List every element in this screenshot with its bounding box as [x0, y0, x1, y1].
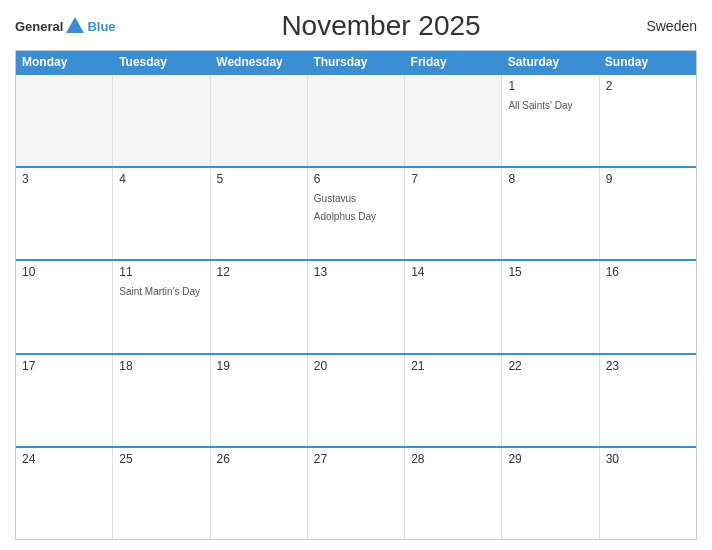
- col-header-wednesday: Wednesday: [210, 51, 307, 73]
- day-cell: 6Gustavus Adolphus Day: [308, 168, 405, 259]
- day-number: 24: [22, 452, 106, 466]
- page-header: General Blue November 2025 Sweden: [15, 10, 697, 42]
- col-header-sunday: Sunday: [599, 51, 696, 73]
- day-number: 14: [411, 265, 495, 279]
- logo-blue-text: Blue: [87, 19, 115, 34]
- col-header-friday: Friday: [405, 51, 502, 73]
- logo: General Blue: [15, 15, 116, 37]
- day-number: 30: [606, 452, 690, 466]
- day-cell: 29: [502, 448, 599, 539]
- day-number: 5: [217, 172, 301, 186]
- col-header-tuesday: Tuesday: [113, 51, 210, 73]
- day-number: 11: [119, 265, 203, 279]
- day-number: 8: [508, 172, 592, 186]
- day-cell: 28: [405, 448, 502, 539]
- column-headers: MondayTuesdayWednesdayThursdayFridaySatu…: [16, 51, 696, 73]
- week-row-3: 1011Saint Martin's Day1213141516: [16, 259, 696, 352]
- calendar-page: General Blue November 2025 Sweden Monday…: [0, 0, 712, 550]
- day-cell: 27: [308, 448, 405, 539]
- day-number: 21: [411, 359, 495, 373]
- day-cell: 5: [211, 168, 308, 259]
- week-rows: 1All Saints' Day23456Gustavus Adolphus D…: [16, 73, 696, 539]
- day-cell: 3: [16, 168, 113, 259]
- event-label: Saint Martin's Day: [119, 286, 200, 297]
- day-number: 28: [411, 452, 495, 466]
- week-row-5: 24252627282930: [16, 446, 696, 539]
- day-number: 12: [217, 265, 301, 279]
- logo-general-text: General: [15, 19, 63, 34]
- col-header-thursday: Thursday: [307, 51, 404, 73]
- day-cell: 20: [308, 355, 405, 446]
- day-cell: 13: [308, 261, 405, 352]
- week-row-1: 1All Saints' Day2: [16, 73, 696, 166]
- day-number: 15: [508, 265, 592, 279]
- day-cell: 21: [405, 355, 502, 446]
- day-number: 10: [22, 265, 106, 279]
- day-number: 9: [606, 172, 690, 186]
- svg-marker-0: [66, 17, 84, 33]
- day-cell: 30: [600, 448, 696, 539]
- day-number: 7: [411, 172, 495, 186]
- day-number: 16: [606, 265, 690, 279]
- day-number: 23: [606, 359, 690, 373]
- day-number: 26: [217, 452, 301, 466]
- calendar-grid: MondayTuesdayWednesdayThursdayFridaySatu…: [15, 50, 697, 540]
- day-cell: 7: [405, 168, 502, 259]
- day-cell: [16, 75, 113, 166]
- day-cell: 18: [113, 355, 210, 446]
- day-cell: 24: [16, 448, 113, 539]
- day-cell: 23: [600, 355, 696, 446]
- day-cell: 22: [502, 355, 599, 446]
- day-number: 20: [314, 359, 398, 373]
- day-number: 4: [119, 172, 203, 186]
- day-number: 25: [119, 452, 203, 466]
- day-cell: 16: [600, 261, 696, 352]
- day-number: 1: [508, 79, 592, 93]
- logo-icon: [64, 15, 86, 37]
- day-cell: 15: [502, 261, 599, 352]
- week-row-2: 3456Gustavus Adolphus Day789: [16, 166, 696, 259]
- day-number: 2: [606, 79, 690, 93]
- day-cell: 9: [600, 168, 696, 259]
- day-number: 19: [217, 359, 301, 373]
- day-cell: 17: [16, 355, 113, 446]
- day-cell: 19: [211, 355, 308, 446]
- country-label: Sweden: [646, 18, 697, 34]
- col-header-saturday: Saturday: [502, 51, 599, 73]
- day-cell: [405, 75, 502, 166]
- day-cell: 25: [113, 448, 210, 539]
- day-cell: [113, 75, 210, 166]
- day-cell: 8: [502, 168, 599, 259]
- day-cell: 26: [211, 448, 308, 539]
- event-label: Gustavus Adolphus Day: [314, 193, 376, 222]
- day-cell: 11Saint Martin's Day: [113, 261, 210, 352]
- col-header-monday: Monday: [16, 51, 113, 73]
- day-number: 3: [22, 172, 106, 186]
- day-cell: 14: [405, 261, 502, 352]
- day-number: 18: [119, 359, 203, 373]
- day-number: 29: [508, 452, 592, 466]
- day-cell: 2: [600, 75, 696, 166]
- event-label: All Saints' Day: [508, 100, 572, 111]
- day-number: 27: [314, 452, 398, 466]
- day-cell: 12: [211, 261, 308, 352]
- page-title: November 2025: [116, 10, 647, 42]
- day-cell: [211, 75, 308, 166]
- week-row-4: 17181920212223: [16, 353, 696, 446]
- day-cell: 1All Saints' Day: [502, 75, 599, 166]
- day-number: 6: [314, 172, 398, 186]
- day-cell: [308, 75, 405, 166]
- day-number: 13: [314, 265, 398, 279]
- day-cell: 10: [16, 261, 113, 352]
- day-cell: 4: [113, 168, 210, 259]
- day-number: 17: [22, 359, 106, 373]
- day-number: 22: [508, 359, 592, 373]
